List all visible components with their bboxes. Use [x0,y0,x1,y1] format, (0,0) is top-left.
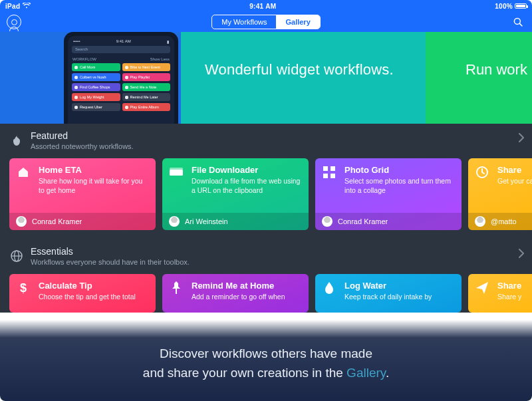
view-segmented-control: My Workflows Gallery [211,15,321,29]
flame-icon [9,133,24,148]
gallery-link[interactable]: Gallery [346,366,386,380]
tab-my-workflows[interactable]: My Workflows [212,15,276,29]
svg-rect-3 [170,168,183,170]
card-footer: Conrad Kramer [9,213,156,230]
widget-chip: Bike to Next Event [122,63,171,71]
send-icon [475,281,489,295]
widget-chip: Play Playlist [122,73,171,81]
card-title: File Downloader [192,165,301,175]
phone-mock: •••••9:41 AM▮ Search WORKFLOWShow Less C… [64,32,178,124]
card-subtitle: Get your calendar [497,176,532,186]
clock-icon [475,165,489,180]
widget-chip: Colbert vs Noah [72,73,120,81]
widget-chip: Find Coffee Shops [72,83,120,91]
workflow-card[interactable]: Home ETAShare how long it will take for … [9,158,156,230]
svg-rect-4 [323,166,328,171]
hero-headline-next: Run work [466,61,527,78]
card-title: Share [497,165,532,175]
profile-icon[interactable] [7,15,21,29]
essentials-title: Essentials [31,246,190,257]
card-author: @matto [491,217,517,225]
card-author: Conrad Kramer [338,217,388,225]
card-subtitle: Download a file from the web using a URL… [192,176,301,195]
dollar-icon: $ [16,281,31,295]
svg-rect-5 [331,166,335,171]
card-footer: @matto [468,213,532,230]
phone-search: Search [72,46,170,53]
widget-chip: Send Me a Note [122,83,171,91]
workflow-card[interactable]: $Calculate TipChoose the tip and get the… [9,274,156,313]
card-title: Share [497,281,532,291]
globe-icon [9,249,24,263]
card-author: Conrad Kramer [32,217,82,225]
svg-line-1 [519,23,522,26]
featured-header[interactable]: Featured Assorted noteworthy workflows. [0,124,532,154]
workflow-card[interactable]: Remind Me at HomeAdd a reminder to go of… [162,274,309,313]
widget-chip: Play Entire Album [122,103,171,111]
svg-rect-6 [323,174,328,178]
avatar [16,216,27,227]
footer-line1: Discover workflows others have made [143,344,389,364]
widget-chip: Log My Weight [72,93,120,101]
card-title: Home ETA [39,165,148,175]
essentials-subtitle: Workflows everyone should have in their … [31,258,190,266]
avatar [169,216,180,227]
tab-gallery[interactable]: Gallery [276,15,319,29]
search-icon[interactable] [512,16,524,28]
device-label: iPad [5,3,20,10]
featured-title: Featured [31,130,134,141]
card-title: Photo Grid [344,165,454,175]
featured-section: Featured Assorted noteworthy workflows. … [0,124,532,313]
footer-overlay: Discover workflows others have made and … [0,320,532,401]
clock: 9:41 AM [249,3,276,10]
grid-icon [322,165,336,180]
battery-indicator: 100% [495,3,527,10]
card-subtitle: Choose the tip and get the total [39,292,148,301]
card-subtitle: Share how long it will take for you to g… [39,176,148,195]
essentials-header[interactable]: Essentials Workflows everyone should hav… [0,239,532,270]
card-subtitle: Select some photos and turn them into a … [344,176,454,195]
wifi-icon [23,3,31,10]
top-nav: iPad 9:41 AM 100% My Workflows Gallery [0,0,532,32]
drop-icon [322,281,336,295]
workflow-card[interactable]: Photo GridSelect some photos and turn th… [315,158,462,230]
drive-icon [169,165,184,180]
card-subtitle: Share y [497,292,532,301]
card-author: Ari Weinstein [185,217,228,225]
widget-chip: Call Mom [72,63,120,71]
avatar [322,216,332,227]
card-title: Calculate Tip [39,281,148,291]
hero-headline: Wonderful widget workflows. [205,61,394,78]
hero-banner[interactable]: Wonderful widget workflows. Run work •••… [0,32,532,124]
svg-rect-7 [331,174,335,178]
card-subtitle: Keep track of daily intake by [344,292,454,301]
status-bar: iPad 9:41 AM 100% [0,0,532,12]
card-footer: Ari Weinstein [162,213,309,230]
workflow-card[interactable]: File DownloaderDownload a file from the … [162,158,309,230]
workflow-card[interactable]: Log WaterKeep track of daily intake by [315,274,462,313]
home-icon [16,165,31,180]
svg-rect-2 [170,170,183,176]
footer-line2: and share your own creations in the Gall… [143,364,389,383]
workflow-card[interactable]: ShareShare y [468,274,532,313]
pin-icon [169,281,184,295]
card-subtitle: Add a reminder to go off when [192,292,301,301]
card-footer: Conrad Kramer [315,213,462,230]
widget-chip: Request Uber [72,103,120,111]
svg-text:$: $ [20,281,27,295]
chevron-right-icon [519,249,524,261]
card-title: Log Water [344,281,454,291]
card-title: Remind Me at Home [192,281,301,291]
workflow-card[interactable]: ShareGet your calendar@matto [468,158,532,230]
avatar [475,216,485,227]
chevron-right-icon [519,133,524,145]
widget-chip: Remind Me Later [122,93,171,101]
featured-subtitle: Assorted noteworthy workflows. [31,142,134,150]
